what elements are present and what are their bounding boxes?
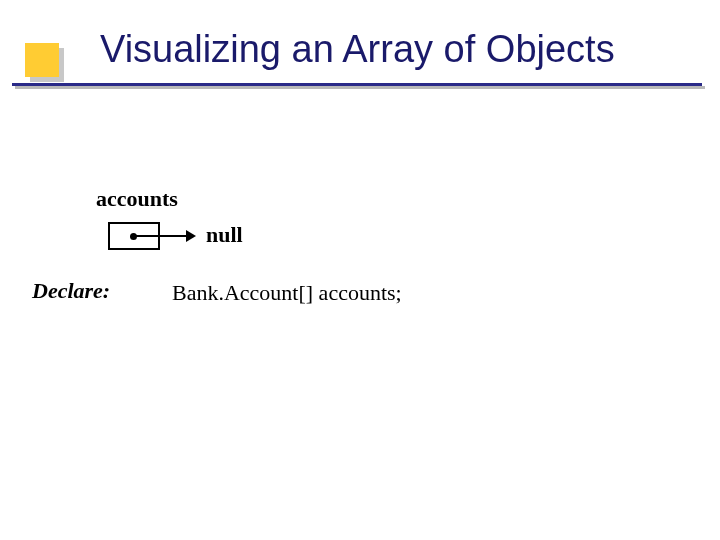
slide: Visualizing an Array of Objects accounts… <box>0 0 720 540</box>
variable-label-accounts: accounts <box>96 186 178 212</box>
title-rule-shadow <box>15 86 705 89</box>
title-rule <box>12 83 702 86</box>
step-label-declare: Declare: <box>32 278 110 304</box>
title-bullet <box>25 43 59 77</box>
null-label: null <box>206 222 243 248</box>
arrow-line <box>136 235 188 237</box>
slide-title: Visualizing an Array of Objects <box>100 28 615 71</box>
arrow-right-icon <box>186 230 196 242</box>
step-code-declare: Bank.Account[] accounts; <box>172 280 402 306</box>
